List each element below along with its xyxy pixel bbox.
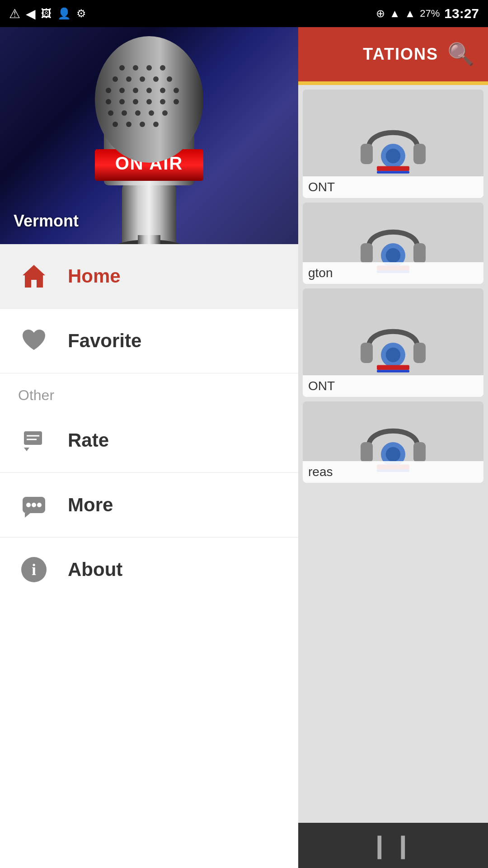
- home-icon: [20, 263, 47, 290]
- menu-item-more[interactable]: More: [0, 473, 298, 538]
- station-card-label-1: ONT: [303, 176, 483, 198]
- add-icon: ⊕: [376, 7, 385, 20]
- svg-point-13: [167, 76, 172, 82]
- rate-icon: [20, 427, 47, 454]
- svg-rect-50: [413, 144, 426, 164]
- drawer-menu: ON AIR: [0, 27, 298, 868]
- svg-point-28: [135, 110, 141, 116]
- main-container: ON AIR: [0, 27, 488, 868]
- about-icon-container: i: [18, 554, 50, 585]
- svg-point-33: [140, 122, 145, 127]
- svg-marker-43: [25, 513, 30, 518]
- search-icon[interactable]: 🔍: [447, 42, 474, 67]
- svg-rect-54: [377, 171, 409, 173]
- svg-rect-0: [122, 181, 176, 244]
- notification-icon: ⚠: [9, 6, 20, 21]
- svg-point-20: [106, 99, 111, 104]
- menu-item-about[interactable]: i About: [0, 538, 298, 602]
- svg-point-64: [386, 348, 400, 362]
- back-nav-icon[interactable]: ◀: [26, 6, 36, 21]
- svg-point-30: [162, 110, 168, 116]
- menu-item-home[interactable]: Home: [0, 244, 298, 309]
- svg-point-29: [149, 110, 154, 116]
- svg-rect-38: [24, 431, 42, 445]
- other-section-header: Other: [0, 373, 298, 408]
- svg-point-6: [133, 65, 138, 71]
- settings-icon: ⚙: [76, 7, 86, 20]
- svg-point-22: [133, 99, 138, 104]
- svg-point-26: [108, 110, 113, 116]
- svg-rect-55: [361, 243, 373, 264]
- svg-rect-62: [413, 343, 426, 363]
- svg-rect-61: [361, 343, 373, 363]
- menu-list: Home Favorite Other: [0, 244, 298, 868]
- svg-point-70: [386, 447, 400, 462]
- svg-point-11: [140, 76, 145, 82]
- about-label: About: [68, 559, 122, 580]
- svg-point-12: [153, 76, 159, 82]
- svg-point-46: [37, 503, 42, 507]
- headphone-graphic-3: [352, 302, 434, 383]
- home-label: Home: [68, 265, 121, 287]
- svg-point-25: [174, 99, 179, 104]
- favorite-label: Favorite: [68, 330, 141, 352]
- svg-point-7: [146, 65, 152, 71]
- battery-indicator: 27%: [420, 8, 440, 19]
- station-card-label-3: ONT: [303, 375, 483, 397]
- svg-point-19: [174, 88, 179, 93]
- more-label: More: [68, 494, 113, 516]
- headphone-graphic-1: [352, 103, 434, 184]
- rate-icon-container: [18, 425, 50, 456]
- svg-text:i: i: [32, 561, 36, 579]
- svg-point-21: [119, 99, 125, 104]
- more-dots-icon: [20, 491, 47, 519]
- clock: 13:27: [444, 6, 479, 21]
- menu-item-favorite[interactable]: Favorite: [0, 309, 298, 373]
- svg-point-23: [146, 99, 152, 104]
- svg-point-34: [153, 122, 159, 127]
- svg-point-15: [119, 88, 125, 93]
- station-cards-list: ONT gton: [298, 85, 488, 487]
- station-card-label-2: gton: [303, 262, 483, 284]
- svg-point-24: [160, 99, 165, 104]
- info-icon: i: [20, 556, 47, 583]
- svg-point-16: [133, 88, 138, 93]
- hero-banner: ON AIR: [0, 27, 298, 244]
- bottom-player-bar[interactable]: ❙❙: [298, 823, 488, 868]
- yellow-divider: [298, 81, 488, 85]
- svg-point-17: [146, 88, 152, 93]
- svg-rect-53: [377, 166, 409, 171]
- svg-marker-39: [24, 448, 29, 451]
- station-card-3[interactable]: ONT: [303, 288, 483, 397]
- svg-rect-49: [361, 144, 373, 164]
- status-bar-right: ⊕ ▲ ▲ 27% 13:27: [376, 6, 479, 21]
- heart-icon-container: [18, 325, 50, 357]
- hero-location-label: Vermont: [14, 212, 79, 231]
- right-panel: TATIONS 🔍: [298, 27, 488, 868]
- svg-rect-56: [413, 243, 426, 264]
- svg-point-5: [119, 65, 125, 71]
- svg-rect-67: [361, 442, 373, 462]
- svg-point-14: [106, 88, 111, 93]
- svg-rect-36: [138, 235, 160, 244]
- svg-point-27: [122, 110, 127, 116]
- svg-point-52: [386, 149, 400, 163]
- svg-point-31: [113, 122, 118, 127]
- stations-title: TATIONS: [363, 45, 438, 64]
- signal-icon: ▲: [404, 7, 415, 20]
- more-icon-container: [18, 489, 50, 521]
- svg-point-9: [113, 76, 118, 82]
- station-card-4[interactable]: reas: [303, 401, 483, 483]
- wifi-icon: ▲: [389, 7, 400, 20]
- pause-icon[interactable]: ❙❙: [370, 832, 417, 859]
- gallery-icon: 🖼: [41, 7, 52, 20]
- menu-item-rate[interactable]: Rate: [0, 408, 298, 473]
- right-header: TATIONS 🔍: [298, 27, 488, 81]
- heart-icon: [20, 327, 47, 354]
- station-card-2[interactable]: gton: [303, 203, 483, 284]
- station-card-1[interactable]: ONT: [303, 90, 483, 198]
- status-bar-left: ⚠ ◀ 🖼 👤 ⚙: [9, 6, 86, 21]
- svg-rect-66: [377, 370, 409, 372]
- svg-point-45: [32, 503, 36, 507]
- svg-point-10: [126, 76, 131, 82]
